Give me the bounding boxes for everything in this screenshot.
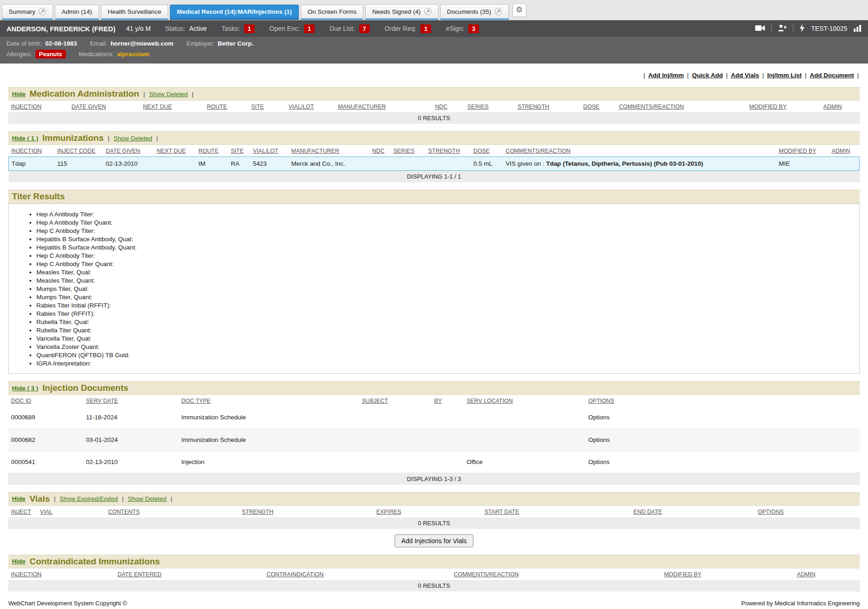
tab-summary[interactable]: Summary — [2, 4, 53, 20]
col-end-date[interactable]: END DATE — [631, 506, 755, 517]
hide-vials-link[interactable]: Hide — [12, 495, 25, 502]
document-row[interactable]: 0000541 02-13-2010 Injection Office Opti… — [8, 451, 860, 473]
col-comments-reaction[interactable]: COMMENTS/REACTION — [503, 145, 776, 157]
cell-admin — [829, 157, 860, 171]
col-serv-date[interactable]: SERV DATE — [83, 395, 179, 406]
col-comments-reaction[interactable]: COMMENTS/REACTION — [616, 101, 746, 112]
col-ndc[interactable]: NDC — [432, 101, 465, 112]
popout-icon[interactable] — [39, 8, 46, 15]
col-strength[interactable]: STRENGTH — [425, 145, 471, 157]
col-admin[interactable]: ADMIN — [821, 101, 860, 112]
col-vial-lot[interactable]: VIAL/LOT — [250, 145, 288, 157]
col-manufacturer[interactable]: MANUFACTURER — [335, 101, 432, 112]
add-inj-imm-link[interactable]: Add Inj/Imm — [648, 72, 684, 79]
col-manufacturer[interactable]: MANUFACTURER — [288, 145, 369, 157]
col-date-given[interactable]: DATE GIVEN — [69, 101, 140, 112]
col-route[interactable]: ROUTE — [204, 101, 248, 112]
document-row[interactable]: 0000689 11-18-2024 Immunization Schedule… — [8, 406, 860, 429]
settings-gear-button[interactable]: ⚙ — [513, 3, 526, 17]
chart-icon[interactable] — [853, 24, 862, 33]
col-contents[interactable]: CONTENTS — [105, 506, 239, 517]
col-inject[interactable]: INJECT — [8, 506, 37, 517]
quick-add-link[interactable]: Quick Add — [692, 72, 723, 79]
medication-value[interactable]: alprazolam — [117, 51, 150, 58]
col-serv-location[interactable]: SERV LOCATION — [464, 395, 585, 406]
col-doc-id[interactable]: DOC ID — [8, 395, 83, 406]
cell-options[interactable]: Options — [586, 406, 860, 429]
col-options[interactable]: OPTIONS — [755, 506, 860, 517]
cell-options[interactable]: Options — [586, 429, 860, 451]
add-injections-for-vials-button[interactable]: Add Injections for Vials — [395, 534, 473, 547]
show-deleted-med-admin-link[interactable]: Show Deleted — [149, 91, 188, 98]
col-start-date[interactable]: START DATE — [482, 506, 631, 517]
col-contraindication[interactable]: CONTRAINDICATION — [264, 568, 451, 580]
allergy-badge[interactable]: Peanuts — [35, 50, 66, 58]
col-route[interactable]: ROUTE — [196, 145, 228, 157]
col-next-due[interactable]: NEXT DUE — [154, 145, 196, 157]
order-req-count-badge[interactable]: 1 — [420, 24, 431, 33]
col-strength[interactable]: STRENGTH — [239, 506, 373, 517]
tab-medical-record[interactable]: Medical Record (14):MAR/Injections (1) — [170, 5, 299, 20]
col-modified-by[interactable]: MODIFIED BY — [746, 101, 821, 112]
col-subject[interactable]: SUBJECT — [359, 395, 431, 406]
col-expires[interactable]: EXPIRES — [373, 506, 482, 517]
tasks-count-badge[interactable]: 1 — [244, 24, 255, 33]
tab-needs-signed[interactable]: Needs Signed (4) — [365, 4, 438, 20]
cell-doc-id[interactable]: 0000541 — [8, 451, 83, 473]
open-enc-count-badge[interactable]: 1 — [304, 24, 315, 33]
col-admin[interactable]: ADMIN — [794, 568, 860, 580]
col-dose[interactable]: DOSE — [580, 101, 616, 112]
col-vial-lot[interactable]: VIAL/LOT — [286, 101, 335, 112]
show-deleted-vials-link[interactable]: Show Deleted — [128, 495, 166, 502]
lightning-icon[interactable] — [799, 24, 805, 34]
tab-health-surveillance[interactable]: Health Surveillance — [101, 5, 168, 20]
popout-icon[interactable] — [424, 8, 431, 15]
inj-imm-list-link[interactable]: Inj/Imm List — [767, 72, 802, 79]
tab-admin[interactable]: Admin (14) — [55, 5, 99, 20]
hide-injection-documents-link[interactable]: Hide ( 3 ) — [12, 385, 38, 392]
add-vials-link[interactable]: Add Vials — [731, 72, 759, 79]
show-expired-ended-link[interactable]: Show Expired/Ended — [60, 495, 118, 502]
esign-count-badge[interactable]: 3 — [468, 24, 479, 33]
col-vial[interactable]: VIAL — [37, 506, 105, 517]
col-admin[interactable]: ADMIN — [829, 145, 860, 157]
popout-icon[interactable] — [495, 8, 502, 15]
col-comments-reaction[interactable]: COMMENTS/REACTION — [451, 568, 661, 580]
col-inject-code[interactable]: INJECT CODE — [54, 145, 103, 157]
col-by[interactable]: BY — [431, 395, 464, 406]
add-document-link[interactable]: Add Document — [810, 72, 854, 79]
esign-label: eSign: — [446, 25, 464, 32]
due-list-count-badge[interactable]: 7 — [359, 24, 370, 33]
hide-immunizations-link[interactable]: Hide ( 1 ) — [12, 135, 38, 142]
col-injection[interactable]: INJECTION — [9, 145, 55, 157]
hide-contraindicated-link[interactable]: Hide — [12, 558, 25, 565]
col-modified-by[interactable]: MODIFIED BY — [776, 145, 829, 157]
col-site[interactable]: SITE — [248, 101, 285, 112]
cell-options[interactable]: Options — [586, 451, 860, 473]
col-date-given[interactable]: DATE GIVEN — [103, 145, 154, 157]
video-call-icon[interactable] — [755, 25, 765, 33]
col-series[interactable]: SERIES — [465, 101, 515, 112]
tab-on-screen-forms[interactable]: On Screen Forms — [301, 5, 364, 20]
immunization-row-tdap[interactable]: Tdap 115 02-13-2010 IM RA 5423 Merck and… — [9, 157, 860, 171]
cell-doc-id[interactable]: 0000689 — [8, 406, 83, 429]
col-modified-by[interactable]: MODIFIED BY — [661, 568, 794, 580]
document-row[interactable]: 0000682 03-01-2024 Immunization Schedule… — [8, 429, 860, 451]
col-date-entered[interactable]: DATE ENTERED — [115, 568, 264, 580]
col-dose[interactable]: DOSE — [471, 145, 503, 157]
add-user-icon[interactable] — [778, 24, 787, 33]
col-next-due[interactable]: NEXT DUE — [140, 101, 204, 112]
show-deleted-immunizations-link[interactable]: Show Deleted — [114, 135, 152, 142]
col-options[interactable]: OPTIONS — [586, 395, 860, 406]
col-strength[interactable]: STRENGTH — [515, 101, 580, 112]
cell-doc-id[interactable]: 0000682 — [8, 429, 83, 451]
col-series[interactable]: SERIES — [390, 145, 425, 157]
tab-documents[interactable]: Documents (35) — [440, 4, 509, 20]
col-injection[interactable]: INJECTION — [8, 101, 69, 112]
hide-medication-administration-link[interactable]: Hide — [12, 91, 25, 98]
col-site[interactable]: SITE — [228, 145, 250, 157]
col-injection[interactable]: INJECTION — [8, 568, 115, 580]
titer-results-title: Titer Results — [12, 191, 65, 202]
col-ndc[interactable]: NDC — [369, 145, 390, 157]
col-doc-type[interactable]: DOC TYPE — [179, 395, 359, 406]
